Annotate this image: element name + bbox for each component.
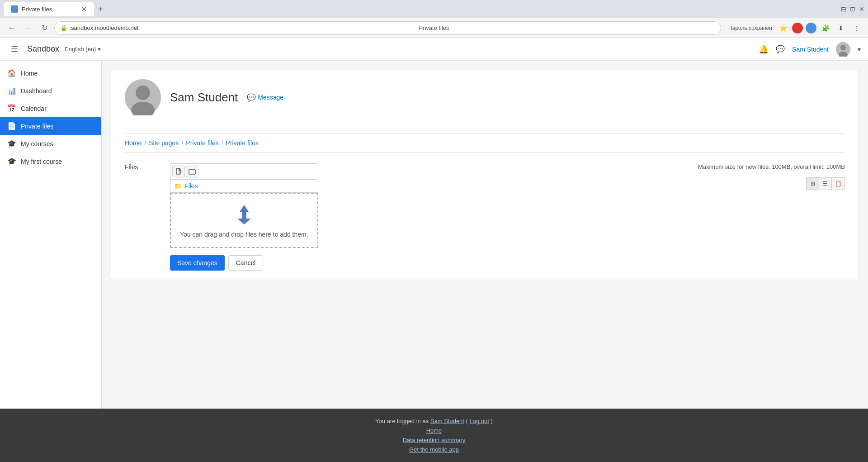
maximize-button[interactable]: ⊡ <box>850 5 855 13</box>
view-toggles: ⊞ ☰ 📋 <box>806 177 845 190</box>
download-button[interactable]: ⬇ <box>835 22 847 34</box>
bookmarks-button[interactable]: ⭐ <box>777 22 789 34</box>
refresh-button[interactable]: ↻ <box>38 22 51 34</box>
private-files-icon: 📄 <box>7 122 16 130</box>
file-tree-item: 📁 Files <box>174 182 314 190</box>
list-view-button[interactable]: ☰ <box>819 178 832 190</box>
browser-tab-active[interactable]: Private files ✕ <box>4 2 94 16</box>
hamburger-icon: ☰ <box>11 44 18 54</box>
tab-close-button[interactable]: ✕ <box>81 5 87 14</box>
my-first-course-icon: 🎓 <box>7 157 16 166</box>
sidebar-item-label: My courses <box>21 140 53 148</box>
sidebar-item-dashboard[interactable]: 📊 Dashboard <box>0 82 101 100</box>
action-buttons: Save changes Cancel <box>170 255 845 271</box>
tab-title: Private files <box>22 6 52 13</box>
sidebar-item-private-files[interactable]: 📄 Private files <box>0 117 101 135</box>
footer-paren-close: ) <box>491 418 493 424</box>
drop-text: You can drag and drop files here to add … <box>180 231 308 238</box>
sidebar-item-label: Home <box>21 70 38 77</box>
breadcrumb-sep-1: / <box>144 139 146 147</box>
user-dropdown-arrow[interactable]: ▾ <box>858 46 861 53</box>
language-label: English (en) <box>65 46 96 52</box>
browser-window: Private files ✕ + ⊟ ⊡ ✕ ← → ↻ 🔒 sandbox.… <box>0 0 868 462</box>
notification-button[interactable]: 🔔 <box>759 44 769 54</box>
breadcrumb-private-files-2: Private files <box>226 139 259 147</box>
new-file-icon <box>175 168 182 175</box>
avatar-svg <box>836 42 850 57</box>
grid-view-button[interactable]: ⊞ <box>807 178 819 190</box>
chevron-down-icon: ▾ <box>98 46 101 52</box>
extensions-button[interactable]: 🧩 <box>819 22 832 34</box>
sidebar-item-my-courses[interactable]: 🎓 My courses <box>0 135 101 152</box>
footer-data-retention-link[interactable]: Data retention summary <box>403 437 466 443</box>
hamburger-button[interactable]: ☰ <box>7 42 22 57</box>
menu-button[interactable]: ⋮ <box>850 22 863 34</box>
back-button[interactable]: ← <box>5 22 18 34</box>
breadcrumb-private-files-1[interactable]: Private files <box>186 139 218 147</box>
profile-circle-blue[interactable] <box>806 23 816 33</box>
page-title-browser: Private files <box>419 24 449 31</box>
footer-paren-open: ( <box>466 418 468 424</box>
save-changes-button[interactable]: Save changes <box>170 255 225 271</box>
address-text: sandbox.moodledemo.net <box>71 24 715 31</box>
svg-marker-9 <box>237 219 251 224</box>
sidebar-item-my-first-course[interactable]: 🎓 My first course <box>0 152 101 170</box>
file-toolbar-area: 📁 Files <box>170 163 318 248</box>
svg-marker-7 <box>240 205 249 216</box>
dashboard-icon: 📊 <box>7 86 16 95</box>
drop-zone[interactable]: You can drag and drop files here to add … <box>170 193 318 248</box>
footer-logged-in: You are logged in as Sam Student ( Log o… <box>375 418 493 424</box>
file-toolbar <box>170 163 318 179</box>
language-selector[interactable]: English (en) ▾ <box>65 46 101 52</box>
sidebar-item-home[interactable]: 🏠 Home <box>0 64 101 82</box>
sidebar-item-calendar[interactable]: 📅 Calendar <box>0 100 101 117</box>
forward-button[interactable]: → <box>22 22 34 34</box>
cancel-button[interactable]: Cancel <box>228 255 264 271</box>
message-link[interactable]: 💬 Message <box>247 93 283 102</box>
folder-icon: 📁 <box>174 182 182 190</box>
footer-user-link[interactable]: Sam Student <box>430 418 464 424</box>
browser-titlebar: Private files ✕ + ⊟ ⊡ ✕ <box>0 0 868 18</box>
breadcrumb-site-pages[interactable]: Site pages <box>149 139 179 147</box>
minimize-button[interactable]: ⊟ <box>841 5 846 13</box>
detail-view-button[interactable]: 📋 <box>832 178 844 190</box>
files-right: 📁 Files <box>170 163 845 271</box>
file-tree: 📁 Files <box>170 179 318 193</box>
avatar <box>125 79 161 115</box>
address-bar[interactable]: 🔒 sandbox.moodledemo.net <box>54 21 721 35</box>
breadcrumb-sep-3: / <box>222 139 223 147</box>
user-name-header[interactable]: Sam Student <box>792 46 829 53</box>
lock-icon: 🔒 <box>60 24 67 31</box>
drop-arrow-icon <box>233 203 255 225</box>
sidebar-item-label: Calendar <box>21 105 47 112</box>
new-tab-button[interactable]: + <box>94 3 107 15</box>
new-file-button[interactable] <box>172 166 185 177</box>
footer-logout-link[interactable]: Log out <box>470 418 489 424</box>
calendar-icon: 📅 <box>7 104 16 113</box>
profile-info: Sam Student <box>170 90 238 105</box>
app-logo: Sandbox <box>27 44 59 54</box>
my-courses-icon: 🎓 <box>7 139 16 148</box>
browser-right-controls: Пароль сохранён ⭐ 🧩 ⬇ ⋮ <box>728 22 863 34</box>
content-card: Sam Student 💬 Message Home / Site pages … <box>111 70 859 280</box>
footer-home-link[interactable]: Home <box>426 427 442 434</box>
message-button[interactable]: 💬 <box>776 45 785 53</box>
breadcrumb-home[interactable]: Home <box>125 139 142 147</box>
profile-circle-red[interactable] <box>792 23 803 33</box>
tab-favicon <box>11 5 18 13</box>
footer-mobile-app-link[interactable]: Get the mobile app <box>409 446 459 453</box>
message-bubble-icon: 💬 <box>247 93 256 102</box>
main-container: 🏠 Home 📊 Dashboard 📅 Calendar 📄 Private … <box>0 61 868 409</box>
close-button[interactable]: ✕ <box>859 5 864 13</box>
files-label: Files <box>125 163 161 271</box>
footer-links: You are logged in as Sam Student ( Log o… <box>18 418 850 453</box>
footer: You are logged in as Sam Student ( Log o… <box>0 409 868 462</box>
password-saved-text: Пароль сохранён <box>728 25 772 31</box>
new-folder-button[interactable] <box>186 166 198 177</box>
svg-point-1 <box>840 45 846 50</box>
user-avatar[interactable] <box>836 42 850 57</box>
profile-header: Sam Student 💬 Message <box>125 79 845 124</box>
file-manager-header: 📁 Files <box>170 163 845 248</box>
files-tree-label[interactable]: Files <box>184 182 198 190</box>
footer-logged-in-text: You are logged in as <box>375 418 429 424</box>
